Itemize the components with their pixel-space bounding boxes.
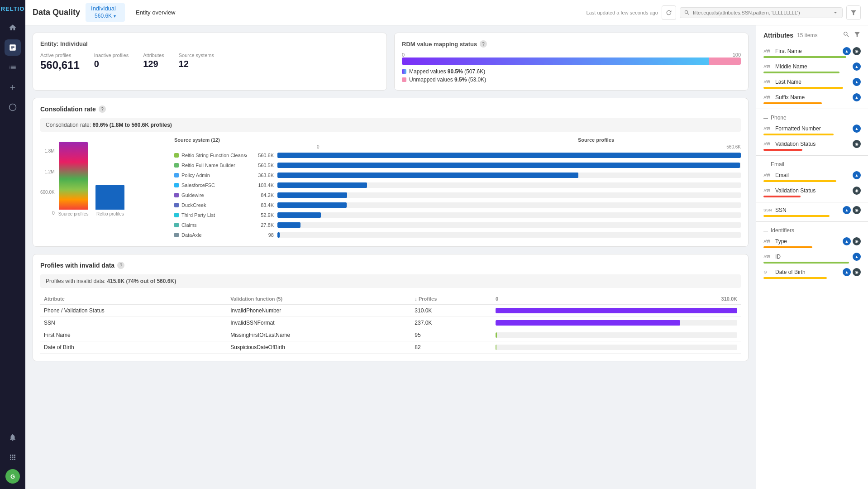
- entity-info-card: Entity: Individual Active profiles 560,6…: [33, 33, 387, 91]
- content-area: Entity: Individual Active profiles 560,6…: [25, 25, 868, 489]
- source-bar-fill: [277, 202, 347, 208]
- td-validation: SuspiciousDateOfBirth: [227, 341, 411, 354]
- list-item: A₩ Email ▲: [756, 169, 868, 185]
- source-value: 560.5K: [250, 163, 274, 168]
- attributes-label: Attributes: [143, 53, 164, 58]
- source-name: Reltio Full Name Builder: [174, 163, 247, 168]
- list-item: A₩ Last Name ▲: [756, 76, 868, 91]
- consolidation-info-icon[interactable]: ?: [99, 105, 106, 113]
- attr-blue-icon[interactable]: ▲: [843, 237, 851, 245]
- group-label: Phone: [771, 115, 787, 121]
- table-row: Phone / Validation Status InvalidPhoneNu…: [40, 305, 741, 317]
- sidebar-circle-icon[interactable]: [5, 99, 21, 115]
- unmapped-dot: [402, 77, 406, 82]
- inactive-profiles-stat: Inactive profiles 0: [94, 53, 129, 72]
- attr-quality-bar: [763, 246, 812, 248]
- col-profiles: ↓ Profiles: [411, 293, 492, 305]
- td-validation: InvalidSSNFormat: [227, 317, 411, 329]
- td-profiles: 310.0K: [411, 305, 492, 317]
- app-logo: RELTIO: [1, 5, 25, 12]
- entity-overview-tab[interactable]: Entity overview: [130, 7, 181, 18]
- sidebar-add-icon[interactable]: [5, 79, 21, 96]
- y-label-1.2m: 1.2M: [40, 169, 55, 174]
- search-input[interactable]: [693, 10, 830, 15]
- attr-blue-icon[interactable]: ▲: [853, 171, 861, 179]
- user-avatar[interactable]: G: [5, 469, 20, 484]
- col-attribute: Attribute: [40, 293, 227, 305]
- last-updated-text: Last updated a few seconds ago: [587, 10, 658, 15]
- attr-quality-bar: [763, 180, 836, 182]
- rdm-info-icon[interactable]: ?: [480, 40, 487, 48]
- sidebar-apps-icon[interactable]: [5, 449, 21, 465]
- source-bar-track: [277, 173, 741, 178]
- rdm-bar-max: 100: [733, 52, 741, 58]
- attr-blue-icon[interactable]: ▲: [853, 62, 861, 71]
- rdm-unmapped-legend: Unmapped values 9.5% (53.0K): [402, 77, 741, 83]
- search-bar[interactable]: [680, 7, 843, 18]
- sidebar-home-icon[interactable]: [5, 19, 21, 36]
- td-validation: MissingFirstOrLastName: [227, 329, 411, 341]
- attr-blue-icon[interactable]: ▲: [853, 125, 861, 133]
- rdm-title: RDM value mapping status: [402, 41, 477, 48]
- group-label: Email: [771, 161, 784, 168]
- attr-dark-icon[interactable]: ◉: [853, 47, 861, 55]
- sidebar-analytics-icon[interactable]: [5, 39, 21, 56]
- source-bar-row: DuckCreek 83.4K: [174, 201, 741, 209]
- filter-button[interactable]: [846, 5, 861, 20]
- attr-blue-icon[interactable]: ▲: [853, 253, 861, 261]
- rdm-card: RDM value mapping status ? 0 100: [394, 33, 749, 91]
- group-toggle-icon: —: [763, 115, 768, 120]
- source-name: Claims: [174, 222, 247, 228]
- td-validation: InvalidPhoneNumber: [227, 305, 411, 317]
- attr-group-header[interactable]: —Phone: [756, 111, 868, 123]
- entity-badge[interactable]: 560.6K ▾: [91, 12, 119, 20]
- source-bar-row: Guidewire 84.2K: [174, 191, 741, 199]
- attr-dark-icon[interactable]: ◉: [853, 237, 861, 245]
- table-row: First Name MissingFirstOrLastName 95: [40, 329, 741, 341]
- source-profiles-header: Source profiles: [578, 137, 614, 143]
- td-bar: [492, 341, 741, 354]
- attr-dark-icon[interactable]: ◉: [853, 187, 861, 195]
- attr-blue-icon[interactable]: ▲: [843, 206, 851, 214]
- source-bar-track: [277, 192, 741, 198]
- attr-blue-icon[interactable]: ▲: [853, 93, 861, 101]
- invalid-data-info-icon[interactable]: ?: [117, 262, 124, 269]
- sidebar-notifications-icon[interactable]: [5, 429, 21, 446]
- list-item: A₩ ID ▲: [756, 251, 868, 266]
- rdm-unmapped-label: Unmapped values 9.5% (53.0K): [409, 77, 486, 83]
- attr-blue-icon[interactable]: ▲: [843, 268, 851, 276]
- panel-filter-button[interactable]: [854, 31, 861, 39]
- source-bar-fill: [277, 212, 321, 218]
- attr-quality-bar: [763, 149, 802, 151]
- sidebar-grid-icon[interactable]: [5, 59, 21, 76]
- attr-dark-icon[interactable]: ◉: [853, 206, 861, 214]
- active-profiles-label: Active profiles: [40, 53, 80, 58]
- stats-row: Active profiles 560,611 Inactive profile…: [40, 53, 379, 72]
- rdm-legend: Mapped values 90.5% (507.6K) Unmapped va…: [402, 68, 741, 83]
- attributes-list: A₩ First Name ▲◉ A₩ Middle Name ▲ A₩ Las…: [756, 45, 868, 489]
- attr-blue-icon[interactable]: ▲: [843, 47, 851, 55]
- attr-name: Type: [775, 238, 841, 244]
- attr-name: Suffix Name: [775, 94, 851, 101]
- attr-dark-icon[interactable]: ◉: [853, 268, 861, 276]
- attr-blue-icon[interactable]: ▲: [853, 78, 861, 86]
- group-toggle-icon: —: [763, 228, 768, 233]
- attr-group-header[interactable]: —Identifiers: [756, 224, 868, 235]
- attr-group-header[interactable]: —Email: [756, 158, 868, 169]
- refresh-button[interactable]: [662, 5, 676, 20]
- top-bar: Data Quality Individual 560.6K ▾ Entity …: [25, 0, 868, 25]
- attr-quality-bar: [763, 102, 822, 104]
- source-value: 560.6K: [250, 153, 274, 158]
- panel-search-button[interactable]: [843, 31, 850, 39]
- attr-name: Validation Status: [775, 141, 851, 147]
- attr-name: First Name: [775, 48, 841, 54]
- list-item: A₩ Middle Name ▲: [756, 61, 868, 76]
- search-dropdown-icon: [832, 10, 839, 16]
- source-name: Guidewire: [174, 192, 247, 198]
- sort-icon: ↓: [415, 296, 419, 302]
- attr-dark-icon[interactable]: ◉: [853, 140, 861, 148]
- list-item: A₩ Validation Status ◉: [756, 185, 868, 200]
- rdm-bar-min: 0: [402, 52, 405, 58]
- col-validation: Validation function (5): [227, 293, 411, 305]
- entity-tab[interactable]: Individual 560.6K ▾: [86, 3, 125, 22]
